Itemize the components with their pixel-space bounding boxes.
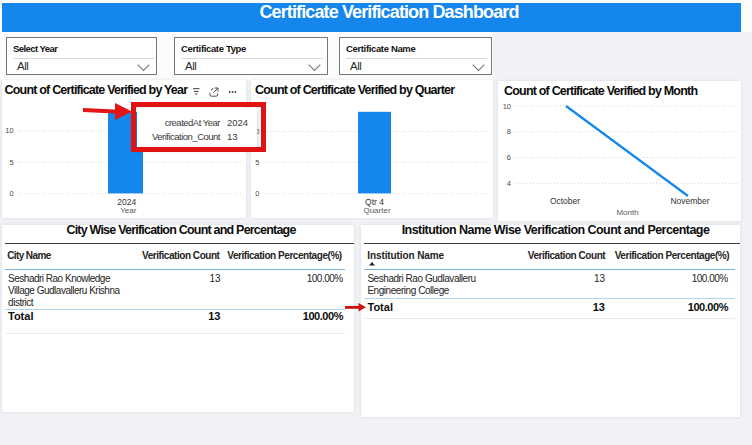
svg-text:8: 8 <box>507 127 511 136</box>
svg-text:Month: Month <box>616 208 638 217</box>
svg-text:0: 0 <box>10 189 14 198</box>
svg-text:Year: Year <box>120 206 137 215</box>
svg-text:October: October <box>550 196 580 206</box>
svg-text:4: 4 <box>507 179 511 188</box>
svg-text:5: 5 <box>255 158 259 167</box>
svg-text:10: 10 <box>503 102 511 111</box>
svg-text:0: 0 <box>255 189 259 198</box>
svg-text:6: 6 <box>507 153 511 162</box>
svg-text:5: 5 <box>10 158 14 167</box>
svg-text:2024: 2024 <box>117 197 136 207</box>
svg-text:November: November <box>670 196 709 206</box>
svg-text:Qtr 4: Qtr 4 <box>365 197 384 207</box>
svg-text:Quarter: Quarter <box>363 206 390 215</box>
